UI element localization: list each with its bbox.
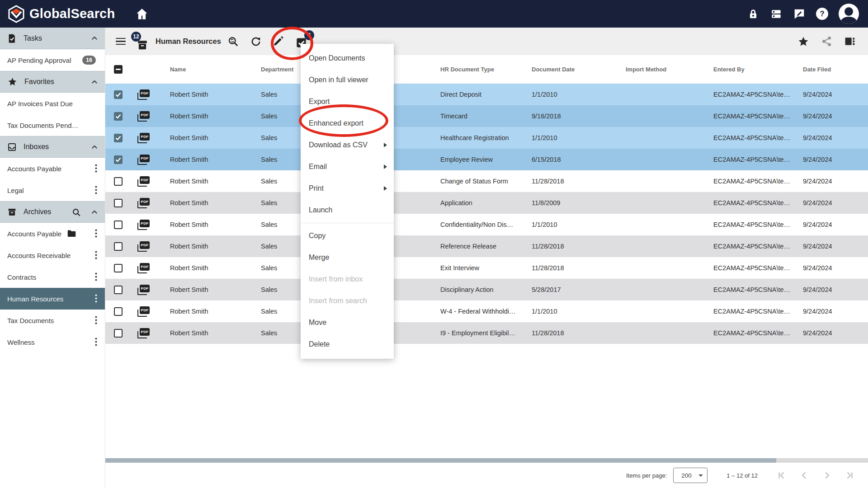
menu-item-launch[interactable]: Launch bbox=[301, 199, 394, 221]
sidebar-section-tasks[interactable]: Tasks bbox=[0, 28, 105, 49]
row-checkbox[interactable] bbox=[114, 329, 123, 338]
row-checkbox[interactable] bbox=[114, 199, 123, 207]
column-settings-icon[interactable] bbox=[844, 36, 855, 47]
column-header-import-method[interactable]: Import Method bbox=[626, 55, 666, 84]
menu-toggle-icon[interactable] bbox=[116, 36, 126, 47]
table-row[interactable]: PDF Robert Smith Sales Disciplinary Acti… bbox=[105, 279, 868, 300]
kebab-menu-icon[interactable] bbox=[95, 186, 97, 194]
row-checkbox[interactable] bbox=[114, 90, 123, 99]
kebab-menu-icon[interactable] bbox=[95, 272, 97, 281]
list-panel-icon[interactable] bbox=[770, 8, 783, 20]
sidebar-item-accounts-payable[interactable]: Accounts Payable bbox=[0, 223, 105, 244]
row-checkbox[interactable] bbox=[114, 307, 123, 316]
user-avatar[interactable] bbox=[839, 4, 859, 24]
table-row[interactable]: PDF Robert Smith Sales Employee Review 6… bbox=[105, 149, 868, 170]
column-header-document-date[interactable]: Document Date bbox=[532, 55, 575, 84]
cell-document-date: 11/8/2009 bbox=[532, 192, 560, 214]
next-page-icon[interactable] bbox=[821, 469, 833, 481]
table-row[interactable]: PDF Robert Smith Sales Direct Deposit 1/… bbox=[105, 84, 868, 105]
table-row[interactable]: PDF Robert Smith Sales Exit Interview 11… bbox=[105, 257, 868, 279]
refresh-icon[interactable] bbox=[250, 36, 262, 47]
menu-item-move[interactable]: Move bbox=[301, 312, 394, 333]
sidebar-item-accounts-payable[interactable]: Accounts Payable bbox=[0, 158, 105, 179]
sidebar-item-ap-invoices-past-due[interactable]: AP Invoices Past Due bbox=[0, 93, 105, 114]
menu-item-merge[interactable]: Merge bbox=[301, 247, 394, 268]
row-checkbox[interactable] bbox=[114, 177, 123, 186]
chevron-up-icon[interactable] bbox=[90, 34, 99, 42]
scrollbar-thumb[interactable] bbox=[105, 458, 776, 463]
chevron-up-icon[interactable] bbox=[90, 143, 99, 151]
previous-page-icon[interactable] bbox=[798, 469, 810, 481]
pdf-label: PDF bbox=[140, 328, 150, 336]
menu-item-insert-from-search[interactable]: Insert from search bbox=[301, 290, 394, 312]
last-page-icon[interactable] bbox=[844, 469, 855, 481]
share-icon[interactable] bbox=[821, 36, 832, 47]
row-checkbox[interactable] bbox=[114, 264, 123, 272]
archive-results-icon[interactable]: 12 bbox=[133, 33, 150, 51]
kebab-menu-icon[interactable] bbox=[95, 251, 97, 259]
sidebar-item-ap-pending-approval[interactable]: AP Pending Approval 16 bbox=[0, 49, 105, 71]
kebab-menu-icon[interactable] bbox=[95, 338, 97, 346]
table-row[interactable]: PDF Robert Smith Sales Change of Status … bbox=[105, 170, 868, 192]
menu-item-delete[interactable]: Delete bbox=[301, 333, 394, 355]
sidebar-item-human-resources[interactable]: Human Resources bbox=[0, 288, 105, 310]
menu-item-open-documents[interactable]: Open Documents bbox=[301, 47, 394, 69]
row-checkbox[interactable] bbox=[114, 155, 123, 164]
favorite-star-icon[interactable] bbox=[797, 36, 809, 47]
row-checkbox[interactable] bbox=[114, 134, 123, 142]
menu-item-print[interactable]: Print bbox=[301, 178, 394, 199]
menu-item-label: Open in full viewer bbox=[309, 76, 368, 84]
edit-icon[interactable] bbox=[273, 36, 284, 47]
menu-item-copy[interactable]: Copy bbox=[301, 225, 394, 247]
sidebar-item-contracts[interactable]: Contracts bbox=[0, 266, 105, 288]
kebab-menu-icon[interactable] bbox=[95, 316, 97, 324]
table-row[interactable]: PDF Robert Smith Sales Reference Release… bbox=[105, 235, 868, 257]
home-icon[interactable] bbox=[136, 8, 148, 20]
section-search-icon[interactable] bbox=[71, 207, 81, 217]
app-logo[interactable]: GlobalSearch bbox=[0, 5, 115, 23]
menu-item-email[interactable]: Email bbox=[301, 156, 394, 178]
page-size-select[interactable]: 200 bbox=[673, 468, 708, 483]
menu-item-insert-from-inbox[interactable]: Insert from inbox bbox=[301, 268, 394, 290]
sidebar-item-accounts-receivable[interactable]: Accounts Receivable bbox=[0, 244, 105, 266]
lock-icon[interactable] bbox=[747, 8, 760, 20]
select-all-checkbox[interactable] bbox=[114, 65, 123, 74]
sidebar-section-archives[interactable]: Archives bbox=[0, 201, 105, 223]
kebab-menu-icon[interactable] bbox=[95, 294, 97, 303]
menu-item-download-as-csv[interactable]: Download as CSV bbox=[301, 134, 394, 156]
menu-item-label: Insert from search bbox=[309, 297, 367, 305]
row-checkbox[interactable] bbox=[114, 286, 123, 294]
sidebar-item-wellness[interactable]: Wellness bbox=[0, 331, 105, 353]
sidebar-item-tax-documents-pending-inde[interactable]: Tax Documents Pending Inde… bbox=[0, 114, 105, 136]
feedback-chat-icon[interactable] bbox=[793, 8, 806, 20]
row-checkbox[interactable] bbox=[114, 242, 123, 251]
kebab-menu-icon[interactable] bbox=[95, 164, 97, 173]
row-checkbox[interactable] bbox=[114, 221, 123, 229]
column-header-date-filed[interactable]: Date Filed bbox=[803, 55, 831, 84]
first-page-icon[interactable] bbox=[776, 469, 788, 481]
table-row[interactable]: PDF Robert Smith Sales I9 - Employment E… bbox=[105, 322, 868, 344]
table-row[interactable]: PDF Robert Smith Sales W-4 - Federal Wit… bbox=[105, 300, 868, 322]
help-icon[interactable]: ? bbox=[816, 8, 828, 20]
column-header-name[interactable]: Name bbox=[170, 55, 186, 84]
sidebar-section-favorites[interactable]: Favorites bbox=[0, 71, 105, 93]
menu-item-open-in-full-viewer[interactable]: Open in full viewer bbox=[301, 69, 394, 91]
table-row[interactable]: PDF Robert Smith Sales Healthcare Regist… bbox=[105, 127, 868, 149]
table-row[interactable]: PDF Robert Smith Sales Application 11/8/… bbox=[105, 192, 868, 214]
table-row[interactable]: PDF Robert Smith Sales Timecard 9/16/201… bbox=[105, 105, 868, 127]
menu-item-label: Export bbox=[309, 98, 330, 105]
search-again-icon[interactable] bbox=[227, 36, 239, 47]
table-row[interactable]: PDF Robert Smith Sales Confidentiality/N… bbox=[105, 214, 868, 235]
menu-item-enhanced-export[interactable]: Enhanced export bbox=[301, 113, 394, 134]
column-header-hr-document-type[interactable]: HR Document Type bbox=[440, 55, 494, 84]
kebab-menu-icon[interactable] bbox=[95, 229, 97, 238]
menu-item-export[interactable]: Export bbox=[301, 91, 394, 113]
chevron-up-icon[interactable] bbox=[90, 208, 99, 216]
row-checkbox[interactable] bbox=[114, 112, 123, 121]
sidebar-item-tax-documents[interactable]: Tax Documents bbox=[0, 310, 105, 331]
column-header-entered-by[interactable]: Entered By bbox=[713, 55, 745, 84]
sidebar-section-inboxes[interactable]: Inboxes bbox=[0, 136, 105, 158]
chevron-up-icon[interactable] bbox=[90, 78, 99, 86]
column-header-department[interactable]: Department bbox=[261, 55, 293, 84]
sidebar-item-legal[interactable]: Legal bbox=[0, 179, 105, 201]
